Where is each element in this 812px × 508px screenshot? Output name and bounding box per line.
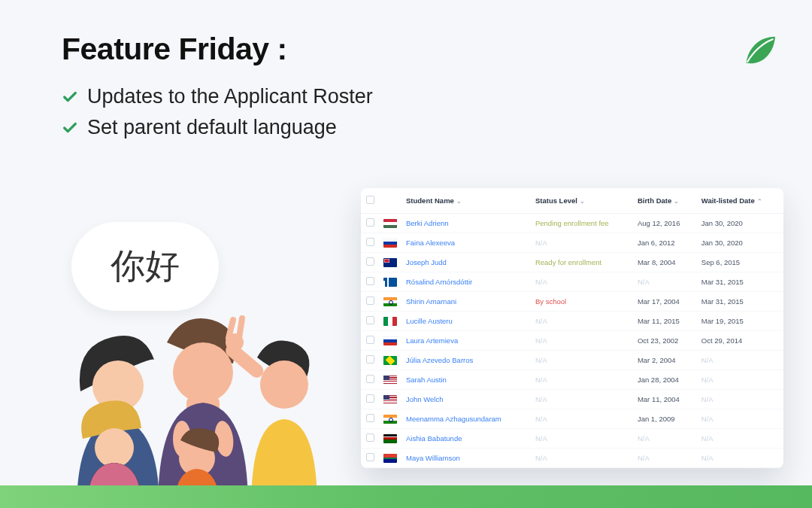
student-name-cell[interactable]: Faina Alexeeva <box>401 233 531 253</box>
waitlisted-date-text: N/A <box>701 395 714 403</box>
row-checkbox-cell[interactable] <box>361 312 379 331</box>
student-name-link[interactable]: Joseph Judd <box>406 258 447 266</box>
flag-cell <box>379 272 401 292</box>
table-row[interactable]: John WelchN/AMar 11, 2004N/A <box>361 390 783 409</box>
student-name-cell[interactable]: Berki Adrienn <box>401 214 531 233</box>
sort-caret-down-icon: ⌄ <box>674 198 679 205</box>
student-name-link[interactable]: John Welch <box>406 395 443 403</box>
table-row[interactable]: Joseph JuddReady for enrollmentMar 8, 20… <box>361 253 783 272</box>
checkbox-icon[interactable] <box>366 196 374 204</box>
student-name-link[interactable]: Meenamma Azhagusundaram <box>406 415 501 423</box>
checkbox-icon[interactable] <box>366 257 374 266</box>
table-row[interactable]: Laura ArtemievaN/AOct 23, 2002Oct 29, 20… <box>361 331 783 351</box>
waitlisted-date-cell: N/A <box>697 429 783 449</box>
flag-icon <box>383 278 397 287</box>
student-name-link[interactable]: Faina Alexeeva <box>406 239 455 247</box>
birth-date-cell: N/A <box>633 272 697 292</box>
svg-point-1 <box>173 342 233 403</box>
student-name-link[interactable]: Sarah Austin <box>406 376 447 384</box>
student-name-cell[interactable]: Laura Artemieva <box>401 331 531 351</box>
flag-icon <box>383 434 397 443</box>
student-name-cell[interactable]: John Welch <box>401 390 531 409</box>
row-checkbox-cell[interactable] <box>361 409 379 429</box>
student-name-cell[interactable]: Júlia Azevedo Barros <box>401 351 531 370</box>
student-name-cell[interactable]: Lucille Austeru <box>401 312 531 331</box>
select-all-header[interactable] <box>361 188 379 214</box>
table-row[interactable]: Sarah AustinN/AJan 28, 2004N/A <box>361 370 783 390</box>
student-name-link[interactable]: Lucille Austeru <box>406 317 453 325</box>
student-name-cell[interactable]: Shirin Amarnani <box>401 292 531 312</box>
flag-cell <box>379 429 401 449</box>
checkbox-icon[interactable] <box>366 375 374 383</box>
checkbox-icon[interactable] <box>366 218 374 227</box>
birth-date-cell: Jan 1, 2009 <box>633 409 697 429</box>
status-text: N/A <box>535 336 547 345</box>
table-row[interactable]: Júlia Azevedo BarrosN/AMar 2, 2004N/A <box>361 351 783 370</box>
checkbox-icon[interactable] <box>366 316 374 324</box>
table-row[interactable]: Meenamma AzhagusundaramN/AJan 1, 2009N/A <box>361 409 783 429</box>
checkbox-icon[interactable] <box>366 297 374 305</box>
table-row[interactable]: Berki AdriennPending enrollment feeAug 1… <box>361 214 783 233</box>
student-name-cell[interactable]: Maya Williamson <box>401 449 531 468</box>
sort-caret-up-icon: ⌃ <box>757 198 762 205</box>
flag-cell <box>379 312 401 331</box>
checkbox-icon[interactable] <box>366 433 374 442</box>
status-text: N/A <box>535 239 547 247</box>
student-name-link[interactable]: Júlia Azevedo Barros <box>406 356 473 364</box>
table-row[interactable]: Maya WilliamsonN/AN/AN/A <box>361 449 783 468</box>
row-checkbox-cell[interactable] <box>361 351 379 370</box>
birth-date-text: Jan 6, 2012 <box>638 239 675 247</box>
col-header-birth-date[interactable]: Birth Date⌄ <box>633 188 697 214</box>
status-cell: By school <box>531 292 633 312</box>
checkbox-icon[interactable] <box>366 277 374 285</box>
table-row[interactable]: Faina AlexeevaN/AJan 6, 2012Jan 30, 2020 <box>361 233 783 253</box>
checkbox-icon[interactable] <box>366 336 374 344</box>
student-name-link[interactable]: Maya Williamson <box>406 454 460 462</box>
student-name-cell[interactable]: Sarah Austin <box>401 370 531 390</box>
student-name-link[interactable]: Aishia Babatunde <box>406 434 462 443</box>
row-checkbox-cell[interactable] <box>361 331 379 351</box>
col-header-student-name[interactable]: Student Name⌄ <box>401 188 531 214</box>
status-cell: N/A <box>531 351 633 370</box>
table-row[interactable]: Lucille AusteruN/AMar 11, 2015Mar 19, 20… <box>361 312 783 331</box>
birth-date-cell: N/A <box>633 429 697 449</box>
col-header-status-level[interactable]: Status Level⌄ <box>531 188 633 214</box>
birth-date-cell: Mar 11, 2004 <box>633 390 697 409</box>
row-checkbox-cell[interactable] <box>361 370 379 390</box>
row-checkbox-cell[interactable] <box>361 214 379 233</box>
student-name-cell[interactable]: Rósalind Arnórsdóttir <box>401 272 531 292</box>
checkbox-icon[interactable] <box>366 453 374 461</box>
student-name-link[interactable]: Shirin Amarnani <box>406 297 456 306</box>
sort-caret-down-icon: ⌄ <box>580 198 585 205</box>
row-checkbox-cell[interactable] <box>361 292 379 312</box>
student-name-cell[interactable]: Meenamma Azhagusundaram <box>401 409 531 429</box>
checkbox-icon[interactable] <box>366 394 374 403</box>
status-cell: N/A <box>531 312 633 331</box>
waitlisted-date-text: Mar 19, 2015 <box>701 317 744 325</box>
row-checkbox-cell[interactable] <box>361 272 379 292</box>
table-row[interactable]: Rósalind ArnórsdóttirN/AN/AMar 31, 2015 <box>361 272 783 292</box>
student-name-cell[interactable]: Aishia Babatunde <box>401 429 531 449</box>
checkbox-icon[interactable] <box>366 414 374 422</box>
waitlisted-date-cell: Mar 19, 2015 <box>697 312 783 331</box>
row-checkbox-cell[interactable] <box>361 233 379 253</box>
table-row[interactable]: Shirin AmarnaniBy schoolMar 17, 2004Mar … <box>361 292 783 312</box>
col-header-waitlisted-date[interactable]: Wait-listed Date⌃ <box>697 188 783 214</box>
student-name-link[interactable]: Laura Artemieva <box>406 336 458 345</box>
student-name-link[interactable]: Rósalind Arnórsdóttir <box>406 278 472 286</box>
checkbox-icon[interactable] <box>366 355 374 364</box>
row-checkbox-cell[interactable] <box>361 429 379 449</box>
birth-date-cell: Oct 23, 2002 <box>633 331 697 351</box>
student-name-cell[interactable]: Joseph Judd <box>401 253 531 272</box>
status-text: N/A <box>535 317 547 325</box>
checkbox-icon[interactable] <box>366 238 374 246</box>
table-row[interactable]: Aishia BabatundeN/AN/AN/A <box>361 429 783 449</box>
birth-date-cell: Mar 2, 2004 <box>633 351 697 370</box>
row-checkbox-cell[interactable] <box>361 253 379 272</box>
row-checkbox-cell[interactable] <box>361 449 379 468</box>
waitlisted-date-cell: Jan 30, 2020 <box>697 214 783 233</box>
row-checkbox-cell[interactable] <box>361 390 379 409</box>
student-name-link[interactable]: Berki Adrienn <box>406 219 449 227</box>
waitlisted-date-cell: Mar 31, 2015 <box>697 272 783 292</box>
flag-cell <box>379 409 401 429</box>
